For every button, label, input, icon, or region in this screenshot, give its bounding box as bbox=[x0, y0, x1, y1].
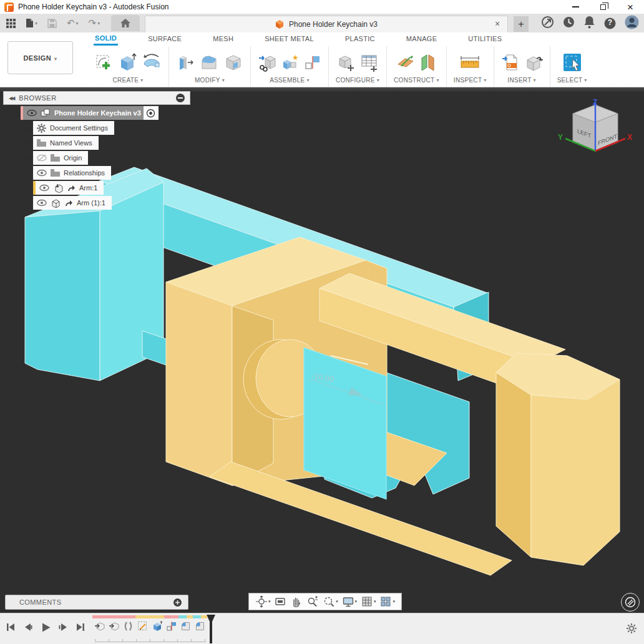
browser-item-origin[interactable]: Origin bbox=[24, 151, 190, 165]
expand-icon[interactable] bbox=[24, 170, 33, 176]
extrude-button[interactable] bbox=[117, 52, 137, 72]
play-button[interactable] bbox=[40, 622, 51, 633]
close-button[interactable] bbox=[617, 0, 644, 14]
browser-item-label[interactable]: Origin bbox=[64, 154, 82, 162]
tab-close-icon[interactable] bbox=[493, 20, 502, 29]
group-label-modify[interactable]: MODIFY bbox=[195, 77, 225, 87]
go-to-start-button[interactable] bbox=[5, 622, 16, 633]
timeline-feature-joint[interactable] bbox=[121, 615, 135, 633]
browser-header[interactable]: BROWSER bbox=[3, 91, 190, 105]
create-sketch-button[interactable] bbox=[94, 53, 113, 72]
feedback-button[interactable] bbox=[621, 593, 640, 612]
look-at-button[interactable] bbox=[274, 595, 286, 608]
offset-plane-button[interactable] bbox=[396, 54, 415, 71]
revolve-button[interactable] bbox=[142, 53, 162, 72]
tab-plastic[interactable]: PLASTIC bbox=[344, 34, 376, 44]
tab-mesh[interactable]: MESH bbox=[212, 34, 235, 44]
tab-manage[interactable]: MANAGE bbox=[405, 34, 438, 44]
timeline-feature-fillet-2[interactable] bbox=[193, 615, 207, 633]
restore-button[interactable] bbox=[589, 0, 617, 14]
tab-surface[interactable]: SURFACE bbox=[147, 34, 183, 44]
undo-button[interactable] bbox=[67, 17, 79, 29]
app-launcher-button[interactable] bbox=[6, 19, 16, 28]
job-status-button[interactable] bbox=[562, 16, 575, 31]
orbit-button[interactable] bbox=[255, 595, 271, 608]
eye-off-icon[interactable] bbox=[37, 154, 47, 162]
timeline-feature-fillet-1[interactable] bbox=[178, 615, 193, 633]
home-view-button[interactable] bbox=[111, 15, 140, 31]
insert-svg-button[interactable] bbox=[501, 53, 520, 72]
shell-button[interactable] bbox=[223, 53, 243, 72]
browser-item-label[interactable]: Arm (1):1 bbox=[77, 199, 105, 207]
tab-sheet-metal[interactable]: SHEET METAL bbox=[263, 34, 315, 44]
profile-avatar[interactable] bbox=[625, 15, 639, 32]
notifications-button[interactable] bbox=[583, 16, 595, 31]
insert-derive-button[interactable] bbox=[524, 53, 543, 72]
group-label-select[interactable]: SELECT bbox=[557, 77, 587, 87]
group-label-construct[interactable]: CONSTRUCT bbox=[394, 77, 439, 87]
expand-icon[interactable] bbox=[24, 200, 33, 206]
browser-root-row[interactable]: Phone Holder Keychain v3 bbox=[12, 106, 190, 120]
timeline-feature-insert-2[interactable] bbox=[107, 615, 121, 633]
expand-icon[interactable] bbox=[24, 185, 33, 191]
eye-icon[interactable] bbox=[39, 184, 49, 192]
browser-root-label[interactable]: Phone Holder Keychain v3 bbox=[54, 109, 141, 117]
new-component-button[interactable] bbox=[281, 53, 300, 72]
timeline-feature-insert-1[interactable] bbox=[92, 615, 107, 633]
eye-icon[interactable] bbox=[27, 109, 37, 117]
press-pull-button[interactable] bbox=[176, 53, 195, 72]
step-back-button[interactable] bbox=[22, 622, 34, 633]
measure-button[interactable] bbox=[459, 53, 481, 72]
fillet-button[interactable] bbox=[199, 53, 219, 72]
go-to-end-button[interactable] bbox=[75, 622, 86, 633]
group-label-configure[interactable]: CONFIGURE bbox=[336, 77, 379, 87]
add-comment-icon[interactable] bbox=[173, 598, 182, 607]
browser-item-named-views[interactable]: Named Views bbox=[24, 136, 190, 150]
timeline-feature-joint-flag[interactable] bbox=[164, 615, 178, 633]
tab-solid[interactable]: SOLID bbox=[94, 33, 118, 46]
step-forward-button[interactable] bbox=[57, 622, 69, 633]
pan-button[interactable] bbox=[290, 595, 303, 608]
group-label-inspect[interactable]: INSPECT bbox=[454, 77, 487, 87]
expand-icon[interactable] bbox=[24, 125, 33, 131]
workspace-selector[interactable]: DESIGN bbox=[7, 41, 73, 74]
viewports-button[interactable] bbox=[379, 595, 395, 608]
insert-component-button[interactable] bbox=[258, 53, 276, 72]
minimize-panel-icon[interactable] bbox=[176, 94, 185, 102]
select-button[interactable] bbox=[562, 52, 583, 73]
midplane-button[interactable] bbox=[419, 53, 437, 72]
new-tab-button[interactable] bbox=[514, 16, 529, 32]
joint-button[interactable] bbox=[304, 54, 321, 71]
browser-item-document-settings[interactable]: Document Settings bbox=[24, 121, 190, 135]
browser-item-arm-1-1[interactable]: Arm (1):1 bbox=[24, 196, 190, 210]
browser-item-label[interactable]: Relationships bbox=[64, 169, 105, 177]
configure-button[interactable] bbox=[337, 53, 356, 72]
fit-button[interactable] bbox=[323, 595, 338, 608]
browser-item-label[interactable]: Arm:1 bbox=[79, 184, 97, 192]
browser-item-arm-1[interactable]: Arm:1 bbox=[24, 181, 190, 195]
help-button[interactable]: ? bbox=[603, 17, 617, 30]
comments-bar[interactable]: COMMENTS bbox=[5, 595, 188, 610]
browser-item-label[interactable]: Document Settings bbox=[50, 124, 108, 132]
configuration-table-button[interactable] bbox=[360, 53, 379, 72]
collapse-panel-icon[interactable] bbox=[9, 95, 14, 101]
redo-button[interactable] bbox=[89, 17, 100, 29]
viewcube[interactable]: LEFT FRONT Z Y X bbox=[557, 97, 635, 176]
expand-icon[interactable] bbox=[24, 140, 33, 146]
activate-component-radio[interactable] bbox=[144, 106, 159, 120]
extensions-button[interactable] bbox=[541, 16, 554, 31]
eye-icon[interactable] bbox=[37, 169, 47, 177]
timeline-position-marker[interactable] bbox=[206, 615, 216, 644]
group-label-assemble[interactable]: ASSEMBLE bbox=[270, 77, 310, 87]
minimize-button[interactable] bbox=[562, 0, 589, 14]
eye-icon[interactable] bbox=[37, 199, 47, 207]
file-menu-button[interactable] bbox=[26, 18, 37, 28]
viewport-canvas[interactable]: -10.00 BROWSER Phone Holder Keychain v3 bbox=[0, 87, 644, 613]
browser-item-relationships[interactable]: Relationships bbox=[24, 166, 190, 180]
group-label-insert[interactable]: INSERT bbox=[507, 77, 536, 87]
save-button[interactable] bbox=[47, 19, 57, 28]
expand-icon[interactable] bbox=[24, 155, 33, 161]
timeline-settings-button[interactable] bbox=[626, 623, 637, 637]
zoom-button[interactable] bbox=[306, 595, 319, 608]
display-settings-button[interactable] bbox=[342, 595, 358, 608]
